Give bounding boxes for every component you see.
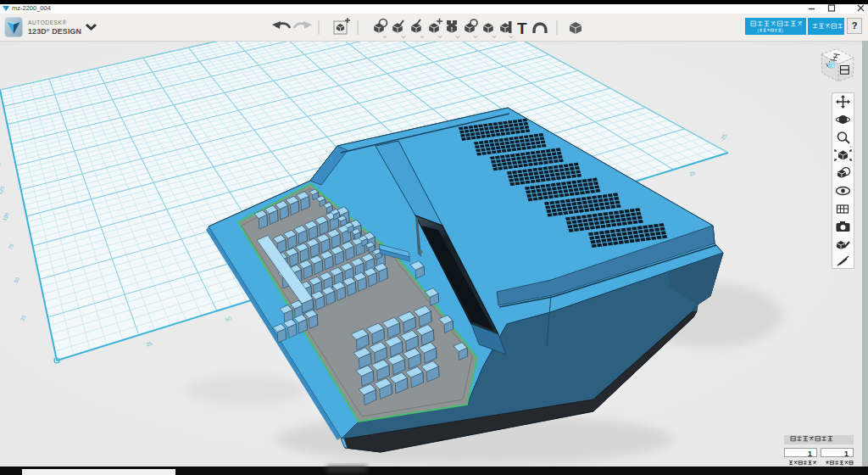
- svg-text:mz-2200_004: mz-2200_004: [12, 4, 51, 12]
- svg-text:1: 1: [844, 450, 849, 458]
- svg-text:123D° DESIGN: 123D° DESIGN: [28, 27, 81, 36]
- svg-text:T: T: [517, 20, 527, 37]
- svg-text:AUTODESK®: AUTODESK®: [28, 20, 67, 25]
- svg-text:(: (: [758, 28, 760, 33]
- svg-text:): ): [782, 28, 783, 33]
- svg-text:1: 1: [808, 450, 812, 458]
